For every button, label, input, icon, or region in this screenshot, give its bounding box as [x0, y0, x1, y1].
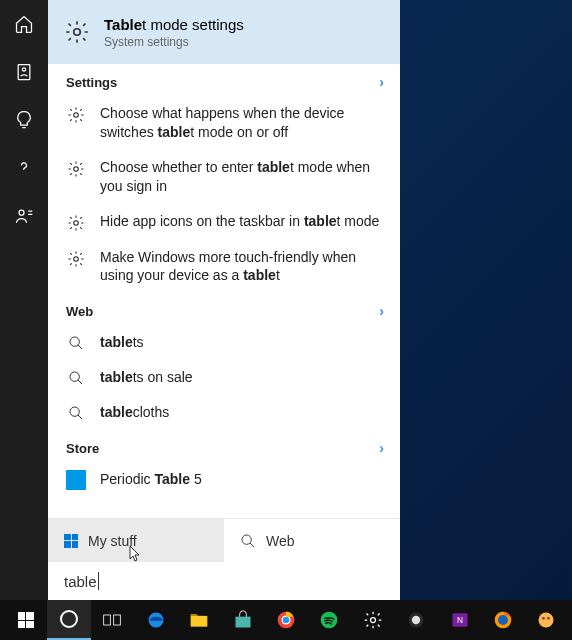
section-label: Store [66, 441, 99, 456]
svg-point-29 [543, 617, 546, 620]
svg-point-3 [74, 29, 81, 36]
top-result-title: Tablet mode settings [104, 16, 244, 33]
svg-point-6 [74, 220, 79, 225]
search-query-text: table [64, 573, 97, 590]
svg-point-5 [74, 167, 79, 172]
chevron-right-icon: › [379, 74, 384, 90]
cortana-button[interactable] [47, 600, 90, 640]
cortana-search-panel: Tablet mode settings System settings Set… [48, 0, 400, 600]
search-icon [66, 333, 86, 351]
svg-text:N: N [457, 615, 463, 625]
help-icon[interactable] [14, 158, 34, 178]
spotify-icon[interactable] [308, 600, 351, 640]
svg-point-19 [283, 617, 290, 624]
svg-point-28 [539, 613, 554, 628]
footer-tabs: My stuff Web [48, 518, 400, 562]
result-text: Choose whether to enter tablet mode when… [100, 158, 384, 196]
result-text: tablets on sale [100, 368, 384, 387]
chrome-icon[interactable] [264, 600, 307, 640]
tab-label: Web [266, 533, 295, 549]
settings-icon[interactable] [351, 600, 394, 640]
app-icon-1[interactable] [395, 600, 438, 640]
cortana-sidebar [0, 0, 48, 600]
svg-rect-12 [104, 615, 111, 625]
store-tile-icon [66, 470, 86, 490]
svg-point-10 [70, 407, 79, 416]
section-header-store[interactable]: Store › [48, 430, 400, 462]
cursor-icon [128, 545, 142, 563]
section-label: Settings [66, 75, 117, 90]
firefox-icon[interactable] [481, 600, 524, 640]
result-item[interactable]: Choose what happens when the device swit… [48, 96, 400, 150]
file-explorer-icon[interactable] [178, 600, 221, 640]
gear-icon [66, 104, 86, 124]
svg-rect-0 [18, 65, 30, 80]
gear-icon [66, 158, 86, 178]
tab-my-stuff[interactable]: My stuff [48, 519, 224, 562]
svg-rect-13 [114, 615, 121, 625]
svg-point-7 [74, 256, 79, 261]
result-item[interactable]: tablets [48, 325, 400, 360]
section-header-web[interactable]: Web › [48, 293, 400, 325]
result-text: Periodic Table 5 [100, 470, 384, 489]
svg-point-8 [70, 337, 79, 346]
store-icon[interactable] [221, 600, 264, 640]
svg-point-30 [548, 617, 551, 620]
svg-rect-15 [191, 616, 208, 627]
result-text: Make Windows more touch-friendly when us… [100, 248, 384, 286]
tab-web[interactable]: Web [224, 519, 400, 562]
search-icon [66, 368, 86, 386]
top-result[interactable]: Tablet mode settings System settings [48, 0, 400, 64]
svg-point-21 [370, 618, 375, 623]
svg-point-9 [70, 372, 79, 381]
app-icon-2[interactable] [525, 600, 568, 640]
section-label: Web [66, 304, 93, 319]
result-item[interactable]: tablets on sale [48, 360, 400, 395]
result-item[interactable]: Hide app icons on the taskbar in tablet … [48, 204, 400, 240]
svg-point-23 [412, 616, 420, 624]
feedback-icon[interactable] [14, 206, 34, 226]
chevron-right-icon: › [379, 440, 384, 456]
result-text: tablets [100, 333, 384, 352]
onenote-icon[interactable]: N [438, 600, 481, 640]
text-cursor [98, 572, 99, 590]
result-text: Choose what happens when the device swit… [100, 104, 384, 142]
result-item[interactable]: tablecloths [48, 395, 400, 430]
result-text: Hide app icons on the taskbar in tablet … [100, 212, 384, 231]
result-item[interactable]: Choose whether to enter tablet mode when… [48, 150, 400, 204]
gear-icon [66, 248, 86, 268]
notebook-icon[interactable] [14, 62, 34, 82]
svg-rect-16 [235, 617, 250, 628]
taskbar: N [0, 600, 572, 640]
search-icon [66, 403, 86, 421]
svg-point-1 [22, 68, 25, 71]
gear-icon [64, 19, 90, 45]
task-view-button[interactable] [91, 600, 134, 640]
result-item[interactable]: Make Windows more touch-friendly when us… [48, 240, 400, 294]
chevron-right-icon: › [379, 303, 384, 319]
start-button[interactable] [4, 600, 47, 640]
edge-icon[interactable] [134, 600, 177, 640]
search-icon [240, 533, 256, 549]
home-icon[interactable] [14, 14, 34, 34]
section-header-settings[interactable]: Settings › [48, 64, 400, 96]
svg-point-4 [74, 113, 79, 118]
top-result-subtitle: System settings [104, 35, 244, 49]
svg-point-11 [242, 535, 251, 544]
lightbulb-icon[interactable] [14, 110, 34, 130]
search-input[interactable]: table [48, 562, 400, 600]
svg-point-2 [19, 210, 24, 215]
windows-logo-icon [64, 534, 78, 548]
svg-point-27 [498, 615, 508, 625]
gear-icon [66, 212, 86, 232]
result-text: tablecloths [100, 403, 384, 422]
result-item[interactable]: Periodic Table 5 [48, 462, 400, 498]
